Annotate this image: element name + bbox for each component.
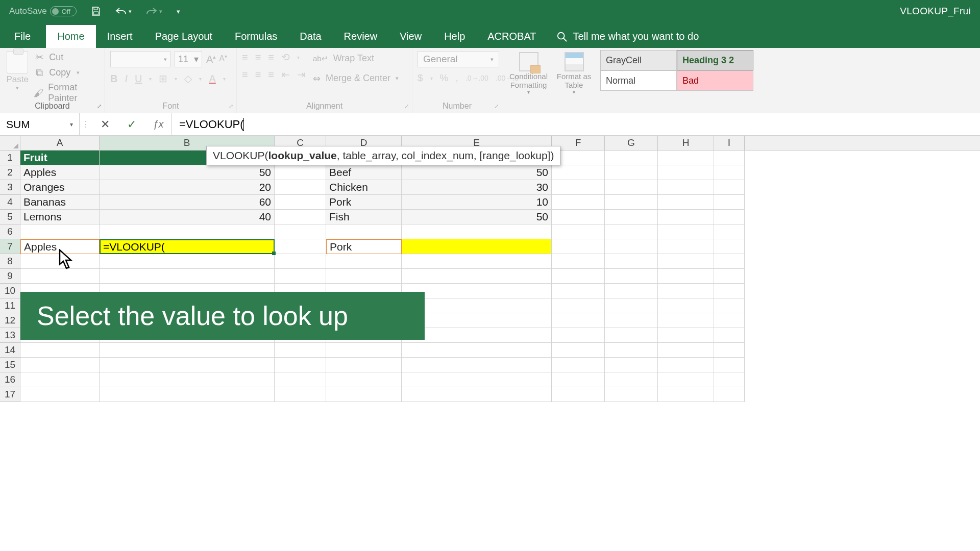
cell-H17[interactable] [658, 387, 714, 402]
decrease-indent-icon[interactable]: ⇤ [281, 68, 290, 81]
cell-G6[interactable] [605, 224, 658, 239]
cell-E14[interactable] [402, 343, 552, 358]
cell-E17[interactable] [402, 387, 552, 402]
name-box[interactable]: SUM ▾ [0, 113, 80, 135]
bold-button[interactable]: B [110, 73, 117, 85]
select-all-corner[interactable] [0, 136, 20, 150]
cell-H6[interactable] [658, 224, 714, 239]
save-icon[interactable] [91, 6, 101, 16]
cell-D7[interactable]: Pork [326, 239, 402, 254]
align-right-icon[interactable]: ≡ [268, 69, 274, 81]
toggle-switch[interactable]: Off [50, 6, 77, 16]
cell-G8[interactable] [605, 254, 658, 269]
cell-E15[interactable] [402, 358, 552, 372]
cell-D8[interactable] [326, 254, 402, 269]
col-header-H[interactable]: H [658, 136, 714, 150]
paste-button[interactable]: Paste ▾ [5, 51, 30, 104]
tab-help[interactable]: Help [433, 25, 476, 48]
cell-G1[interactable] [605, 151, 658, 165]
row-header-4[interactable]: 4 [0, 195, 20, 210]
cut-button[interactable]: ✂Cut [34, 51, 100, 63]
cell-B2[interactable]: 50 [100, 165, 275, 180]
cell-H7[interactable] [658, 239, 714, 254]
cell-B4[interactable]: 60 [100, 195, 275, 210]
cell-C7[interactable] [275, 239, 326, 254]
row-header-11[interactable]: 11 [0, 298, 20, 313]
row-header-7[interactable]: 7 [0, 239, 20, 254]
format-painter-button[interactable]: 🖌Format Painter [34, 82, 100, 104]
borders-button[interactable]: ⊞ [159, 72, 167, 85]
clipboard-dialog-launcher[interactable]: ⤢ [97, 103, 102, 110]
decrease-decimal-icon[interactable]: .00→.0 [496, 74, 519, 82]
cell-F12[interactable] [552, 313, 605, 328]
conditional-formatting-button[interactable]: Conditional Formatting ▾ [507, 51, 550, 95]
cell-E5[interactable]: 50 [402, 210, 552, 224]
row-header-17[interactable]: 17 [0, 387, 20, 402]
cell-A14[interactable] [20, 343, 100, 358]
cell-A6[interactable] [20, 224, 100, 239]
cell-B6[interactable] [100, 224, 275, 239]
style-normal[interactable]: Normal [600, 70, 677, 91]
cell-G5[interactable] [605, 210, 658, 224]
cell-D2[interactable]: Beef [326, 165, 402, 180]
cell-D17[interactable] [326, 387, 402, 402]
alignment-dialog-launcher[interactable]: ⤢ [404, 103, 409, 110]
undo-button[interactable]: ▾ [115, 7, 132, 16]
tab-review[interactable]: Review [333, 25, 389, 48]
cell-C8[interactable] [275, 254, 326, 269]
cell-H4[interactable] [658, 195, 714, 210]
cell-A2[interactable]: Apples [20, 165, 100, 180]
cell-I4[interactable] [714, 195, 745, 210]
cell-G9[interactable] [605, 269, 658, 284]
cell-G16[interactable] [605, 372, 658, 387]
cell-I8[interactable] [714, 254, 745, 269]
number-dialog-launcher[interactable]: ⤢ [494, 103, 499, 110]
cell-G2[interactable] [605, 165, 658, 180]
cell-I1[interactable] [714, 151, 745, 165]
fx-icon[interactable]: ƒx [145, 118, 172, 130]
active-cell-B7[interactable]: =VLOOKUP( [100, 239, 275, 254]
col-header-A[interactable]: A [20, 136, 100, 150]
cell-F8[interactable] [552, 254, 605, 269]
font-size-dropdown[interactable]: 11▾ [175, 51, 202, 67]
cell-B17[interactable] [100, 387, 275, 402]
cell-F4[interactable] [552, 195, 605, 210]
cell-G7[interactable] [605, 239, 658, 254]
cell-E16[interactable] [402, 372, 552, 387]
cell-C2[interactable] [275, 165, 326, 180]
cell-F14[interactable] [552, 343, 605, 358]
cell-F15[interactable] [552, 358, 605, 372]
cell-C15[interactable] [275, 358, 326, 372]
cell-I12[interactable] [714, 313, 745, 328]
cell-A3[interactable]: Oranges [20, 180, 100, 195]
row-header-1[interactable]: 1 [0, 151, 20, 165]
row-header-15[interactable]: 15 [0, 358, 20, 372]
row-header-3[interactable]: 3 [0, 180, 20, 195]
cell-H12[interactable] [658, 313, 714, 328]
cell-A9[interactable] [20, 269, 100, 284]
cell-I2[interactable] [714, 165, 745, 180]
cell-F16[interactable] [552, 372, 605, 387]
cell-F7[interactable] [552, 239, 605, 254]
tell-me-search[interactable]: Tell me what you want to do [556, 31, 699, 48]
cell-A17[interactable] [20, 387, 100, 402]
cell-I9[interactable] [714, 269, 745, 284]
row-header-9[interactable]: 9 [0, 269, 20, 284]
cell-B8[interactable] [100, 254, 275, 269]
row-header-8[interactable]: 8 [0, 254, 20, 269]
cell-E4[interactable]: 10 [402, 195, 552, 210]
cell-G10[interactable] [605, 284, 658, 298]
tab-view[interactable]: View [388, 25, 433, 48]
cell-I5[interactable] [714, 210, 745, 224]
cell-H16[interactable] [658, 372, 714, 387]
cell-E9[interactable] [402, 269, 552, 284]
spreadsheet-grid[interactable]: A B C D E F G H I 1FruitAmountMeatAmount… [0, 136, 980, 402]
orientation-icon[interactable]: ⟲ [281, 51, 290, 63]
cell-A16[interactable] [20, 372, 100, 387]
increase-indent-icon[interactable]: ⇥ [297, 68, 306, 81]
cell-B9[interactable] [100, 269, 275, 284]
cell-F17[interactable] [552, 387, 605, 402]
row-header-16[interactable]: 16 [0, 372, 20, 387]
cell-H2[interactable] [658, 165, 714, 180]
cell-C9[interactable] [275, 269, 326, 284]
